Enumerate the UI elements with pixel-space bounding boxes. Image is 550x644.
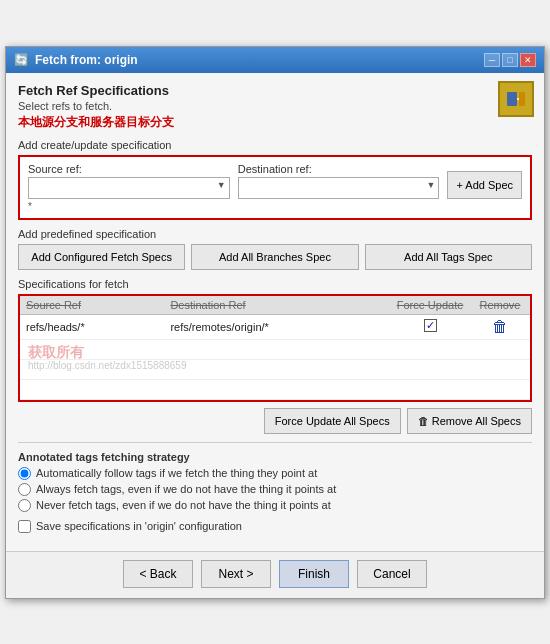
- dest-ref-wrapper[interactable]: [238, 177, 440, 199]
- source-ref-wrapper[interactable]: [28, 177, 230, 199]
- title-bar: 🔄 Fetch from: origin ─ □ ✕: [6, 47, 544, 73]
- back-button[interactable]: < Back: [123, 560, 193, 588]
- tags-label: Annotated tags fetching strategy: [18, 451, 532, 463]
- create-update-label: Add create/update specification: [18, 139, 532, 151]
- create-update-box: Source ref: Destination ref:: [18, 155, 532, 220]
- source-ref-col: Source ref:: [28, 163, 230, 199]
- save-checkbox[interactable]: [18, 520, 31, 533]
- chinese-note: 本地源分支和服务器目标分支: [18, 114, 532, 131]
- radio-never: Never fetch tags, even if we do not have…: [18, 499, 532, 512]
- add-all-tags-spec-button[interactable]: Add All Tags Spec: [365, 244, 532, 270]
- ref-row: Source ref: Destination ref:: [28, 163, 522, 199]
- force-update-col-header: Force Update: [397, 299, 464, 311]
- dest-col-header: Destination Ref: [170, 299, 245, 311]
- source-ref-label: Source ref:: [28, 163, 230, 175]
- star-note: *: [28, 201, 522, 212]
- remove-col-header: Remove: [480, 299, 521, 311]
- window-icon: 🔄: [14, 53, 29, 67]
- specs-table: Source Ref Destination Ref Force Update …: [20, 296, 530, 400]
- watermark-url: http://blog.csdn.net/zdx1515888659: [28, 360, 186, 371]
- force-update-checkbox[interactable]: [424, 319, 437, 332]
- col-destination: Destination Ref: [164, 296, 390, 315]
- footer: < Back Next > Finish Cancel: [6, 551, 544, 598]
- title-controls[interactable]: ─ □ ✕: [484, 53, 536, 67]
- col-remove: Remove: [470, 296, 530, 315]
- specs-section-label: Specifications for fetch: [18, 278, 532, 290]
- title-bar-left: 🔄 Fetch from: origin: [14, 53, 138, 67]
- force-update-all-specs-button[interactable]: Force Update All Specs: [264, 408, 401, 434]
- dest-ref-col: Destination ref:: [238, 163, 440, 199]
- predefined-row: Add Configured Fetch Specs Add All Branc…: [18, 244, 532, 270]
- specs-table-wrapper: Source Ref Destination Ref Force Update …: [18, 294, 532, 402]
- window-title: Fetch from: origin: [35, 53, 138, 67]
- minimize-button[interactable]: ─: [484, 53, 500, 67]
- table-row: refs/heads/* refs/remotes/origin/* 🗑: [20, 314, 530, 339]
- radio-always-input[interactable]: [18, 483, 31, 496]
- col-source: Source Ref: [20, 296, 164, 315]
- dialog-content: Fetch Ref Specifications Select refs to …: [6, 73, 544, 551]
- cancel-button[interactable]: Cancel: [357, 560, 427, 588]
- header-icon: [498, 81, 534, 117]
- save-label: Save specifications in 'origin' configur…: [36, 520, 242, 532]
- empty-row-1: 获取所有 http://blog.csdn.net/zdx1515888659: [20, 339, 530, 359]
- next-button[interactable]: Next >: [201, 560, 271, 588]
- radio-never-label: Never fetch tags, even if we do not have…: [36, 499, 331, 511]
- col-force-update: Force Update: [390, 296, 470, 315]
- fetch-icon: [498, 81, 534, 117]
- radio-always: Always fetch tags, even if we do not hav…: [18, 483, 532, 496]
- radio-never-input[interactable]: [18, 499, 31, 512]
- row-source: refs/heads/*: [20, 314, 164, 339]
- section-title: Fetch Ref Specifications: [18, 83, 532, 98]
- section-subtitle: Select refs to fetch.: [18, 100, 532, 112]
- source-ref-select[interactable]: [28, 177, 230, 199]
- tags-section: Annotated tags fetching strategy Automat…: [18, 442, 532, 512]
- close-button[interactable]: ✕: [520, 53, 536, 67]
- radio-always-label: Always fetch tags, even if we do not hav…: [36, 483, 336, 495]
- main-window: 🔄 Fetch from: origin ─ □ ✕ Fetch Ref Spe…: [5, 46, 545, 599]
- specs-actions: Force Update All Specs 🗑 Remove All Spec…: [18, 408, 532, 434]
- maximize-button[interactable]: □: [502, 53, 518, 67]
- delete-icon[interactable]: 🗑: [492, 318, 508, 335]
- radio-auto-label: Automatically follow tags if we fetch th…: [36, 467, 317, 479]
- predefined-label: Add predefined specification: [18, 228, 532, 240]
- finish-button[interactable]: Finish: [279, 560, 349, 588]
- dest-ref-select[interactable]: [238, 177, 440, 199]
- row-remove[interactable]: 🗑: [470, 314, 530, 339]
- svg-rect-0: [507, 92, 517, 106]
- row-destination: refs/remotes/origin/*: [164, 314, 390, 339]
- remove-all-specs-button[interactable]: 🗑 Remove All Specs: [407, 408, 532, 434]
- radio-auto: Automatically follow tags if we fetch th…: [18, 467, 532, 480]
- row-force-update[interactable]: [390, 314, 470, 339]
- add-all-branches-spec-button[interactable]: Add All Branches Spec: [191, 244, 358, 270]
- svg-rect-1: [519, 92, 525, 106]
- save-row: Save specifications in 'origin' configur…: [18, 520, 532, 533]
- add-configured-fetch-specs-button[interactable]: Add Configured Fetch Specs: [18, 244, 185, 270]
- source-col-header: Source Ref: [26, 299, 81, 311]
- empty-row-3: [20, 379, 530, 399]
- add-spec-button[interactable]: + Add Spec: [447, 171, 522, 199]
- dest-ref-label: Destination ref:: [238, 163, 440, 175]
- radio-auto-input[interactable]: [18, 467, 31, 480]
